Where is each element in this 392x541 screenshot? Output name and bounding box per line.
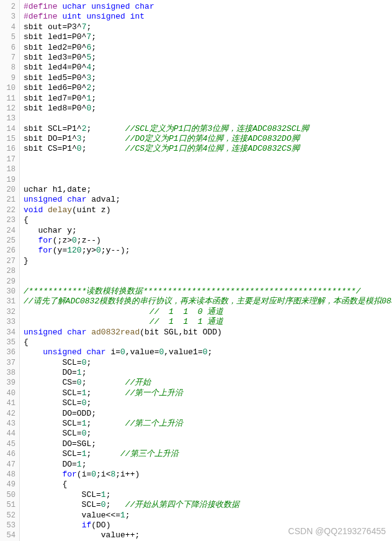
code-line[interactable]: sbit led1=P0^7; [24, 32, 392, 42]
code-line[interactable]: sbit SCL=P1^2; //SCL定义为P1口的第3位脚，连接ADC083… [24, 124, 392, 134]
token: // 1 1 0 通道 [24, 307, 223, 316]
code-line[interactable]: SCL=0; //开始从第四个下降沿接收数据 [24, 500, 392, 510]
token: ; [86, 419, 125, 428]
token: ad0832read [91, 328, 140, 337]
line-number: 44 [0, 429, 19, 439]
code-line[interactable] [24, 266, 392, 276]
code-line[interactable]: } [24, 256, 392, 266]
token: sbit CS=P1^ [24, 144, 77, 153]
token: char [67, 328, 86, 337]
code-line[interactable]: { [24, 338, 392, 347]
code-line[interactable]: void delay(uint z) [24, 205, 392, 215]
line-number: 24 [0, 226, 19, 236]
token: 1 [101, 490, 106, 499]
token: char [86, 347, 105, 357]
code-line[interactable]: sbit CS=P1^0; //CS定义为P1口的第4位脚，连接ADC0832C… [24, 144, 392, 154]
code-line[interactable]: unsigned char adval; [24, 195, 392, 205]
token: for [62, 470, 76, 479]
code-line[interactable]: sbit led7=P0^1; [24, 94, 392, 104]
code-line[interactable]: uchar y; [24, 226, 392, 236]
code-line[interactable]: { [24, 215, 392, 225]
token: (y= [53, 246, 67, 255]
code-line[interactable]: // 1 1 1 通道 [24, 317, 392, 327]
code-line[interactable]: #define uchar unsigned char [24, 2, 392, 12]
line-number: 10 [0, 83, 19, 93]
token: ;i++) [115, 470, 140, 479]
token: char [67, 195, 86, 204]
code-line[interactable]: DO=ODD; [24, 409, 392, 419]
token: delay [48, 205, 72, 215]
code-line[interactable]: sbit led2=P0^6; [24, 43, 392, 53]
code-line[interactable]: sbit led4=P0^4; [24, 63, 392, 73]
token: ;z--) [77, 236, 101, 245]
code-line[interactable]: sbit led8=P0^0; [24, 104, 392, 114]
token: 3 [77, 134, 82, 143]
code-area[interactable]: #define uchar unsigned char#define uint … [20, 0, 392, 541]
code-line[interactable]: DO=SGL; [24, 439, 392, 449]
code-line[interactable]: sbit led5=P0^3; [24, 73, 392, 83]
token: DO=ODD; [24, 409, 96, 418]
token: SCL= [24, 500, 101, 509]
code-line[interactable]: // 1 1 0 通道 [24, 307, 392, 317]
code-line[interactable]: for(;z>0;z--) [24, 236, 392, 246]
code-line[interactable]: SCL=1; //第三个上升沿 [24, 449, 392, 459]
token: (DO) [91, 521, 110, 530]
code-line[interactable] [24, 277, 392, 287]
code-line[interactable]: SCL=0; [24, 429, 392, 439]
code-line[interactable]: DO=1; [24, 368, 392, 378]
line-number: 14 [0, 124, 19, 134]
token: (;z> [53, 236, 72, 245]
code-line[interactable]: sbit DO=P1^3; //DO定义为P1口的第4位脚，连接ADC0832D… [24, 134, 392, 144]
token [24, 236, 38, 245]
token: char [135, 2, 154, 11]
token: 120 [67, 246, 81, 255]
code-line[interactable]: //请先了解ADC0832模数转换的串行协议，再来读本函数，主要是对应时序图来理… [24, 297, 392, 306]
token: unsigned [24, 328, 62, 337]
code-line[interactable]: /************读数模转换数据********************… [24, 287, 392, 297]
code-line[interactable]: value<<=1; [24, 511, 392, 521]
code-line[interactable]: sbit led6=P0^2; [24, 83, 392, 93]
token: CS= [24, 378, 77, 387]
line-number: 34 [0, 328, 19, 338]
token: unsigned [43, 347, 81, 357]
code-line[interactable]: sbit out=P3^7; [24, 22, 392, 32]
line-number: 9 [0, 73, 19, 83]
token: value++; [24, 530, 140, 540]
code-line[interactable]: DO=1; [24, 460, 392, 470]
token: /************读数模转换数据********************… [24, 287, 360, 296]
line-number-gutter: 2345678910111213141516171819202122232425… [0, 0, 20, 541]
line-number: 47 [0, 460, 19, 470]
code-line[interactable]: SCL=0; [24, 358, 392, 368]
code-line[interactable]: SCL=1; [24, 490, 392, 500]
token: value<<= [24, 511, 120, 520]
code-line[interactable]: for(i=0;i<8;i++) [24, 470, 392, 480]
token: ;y--); [101, 246, 130, 255]
code-line[interactable]: { [24, 480, 392, 490]
token: { [24, 480, 67, 489]
token: #define [24, 2, 58, 11]
code-line[interactable]: unsigned char ad0832read(bit SGL,bit ODD… [24, 328, 392, 338]
token: //DO定义为P1口的第4位脚，连接ADC0832DO脚 [125, 134, 300, 143]
code-line[interactable]: if(DO) [24, 521, 392, 530]
code-line[interactable]: uchar h1,date; [24, 185, 392, 195]
token: ; [86, 449, 120, 458]
token: SCL= [24, 419, 82, 428]
code-line[interactable]: value++; [24, 530, 392, 540]
code-line[interactable] [24, 164, 392, 174]
code-line[interactable]: SCL=1; //第一个上升沿 [24, 388, 392, 398]
code-line[interactable]: SCL=0; [24, 398, 392, 408]
token: ; [91, 94, 96, 103]
code-line[interactable]: #define uint unsigned int [24, 12, 392, 22]
code-line[interactable]: SCL=1; //第二个上升沿 [24, 419, 392, 429]
code-line[interactable]: sbit led3=P0^5; [24, 53, 392, 63]
code-line[interactable]: CS=0; //开始 [24, 378, 392, 388]
line-number: 39 [0, 378, 19, 388]
code-line[interactable]: for(y=120;y>0;y--); [24, 246, 392, 256]
code-line[interactable] [24, 175, 392, 185]
token: ; [82, 368, 87, 377]
token: uchar h1,date; [24, 185, 91, 194]
line-number: 46 [0, 449, 19, 459]
code-line[interactable] [24, 114, 392, 123]
code-line[interactable]: unsigned char i=0,value=0,value1=0; [24, 347, 392, 357]
code-line[interactable] [24, 154, 392, 164]
